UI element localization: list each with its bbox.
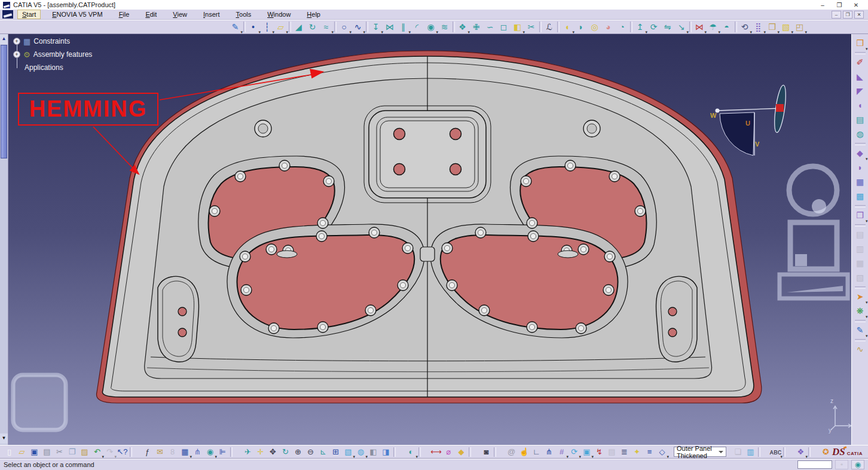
menu-insert[interactable]: Insert [199, 10, 224, 19]
toolbar-bottom-mass-properties[interactable]: ◆ [455, 446, 467, 458]
toolbar-bottom-rotate-view[interactable]: ↻ [279, 446, 292, 458]
toolbar-bottom-multi-view[interactable]: ⊞ [329, 446, 342, 458]
close-button[interactable]: ✕ [852, 2, 860, 8]
toolbar-right-analysis-3[interactable]: ▦ [853, 256, 867, 270]
toolbar-bottom-sectioning[interactable]: ▤ [606, 446, 618, 458]
toolbar-bottom-print[interactable]: ▤ [41, 446, 53, 458]
toolbar-bottom-whats-this[interactable]: ↖? [116, 446, 129, 458]
toolbar-bottom-graph-reorder[interactable]: ≣ [618, 446, 631, 458]
toolbar-top-line[interactable]: ┆ [260, 20, 274, 33]
toolbar-bottom-spell-check[interactable]: ᴀʙᴄ [769, 446, 782, 458]
toolbar-right-coincidence-constraint[interactable]: ✐ [853, 55, 867, 69]
toolbar-bottom-cut[interactable]: ✂ [53, 446, 66, 458]
toolbar-bottom-material-tools[interactable]: ✪ [820, 446, 832, 458]
toolbar-top-extrude[interactable]: ◢ [292, 20, 305, 33]
restore-button[interactable]: ❐ [835, 2, 843, 8]
tree-item-constraints[interactable]: + ▦ Constraints [13, 35, 92, 48]
toolbar-top-duplicate[interactable]: ❒ [765, 20, 779, 33]
toolbar-right-curve-analysis[interactable]: ∿ [853, 342, 867, 356]
toolbar-bottom-formula[interactable]: ƒ [141, 446, 154, 458]
toolbar-bottom-axis-system[interactable]: ∟ [530, 446, 543, 458]
toolbar-top-symmetry[interactable]: ⇋ [661, 20, 674, 33]
toolbar-top-face-face-fillet[interactable]: ◎ [588, 20, 601, 33]
toolbar-top-split[interactable]: ◧ [511, 20, 524, 33]
tailgate-panel-model[interactable] [96, 51, 761, 403]
hemming-annotation[interactable]: HEMMING [18, 93, 158, 126]
toolbar-bottom-measure-between[interactable]: ⟷ [430, 446, 442, 458]
toolbar-bottom-pan[interactable]: ✥ [267, 446, 279, 458]
toolbar-bottom-fly[interactable]: ✈ [242, 446, 254, 458]
viewport-3d[interactable]: + ▦ Constraints + ⚙ Assembly features Ap [8, 34, 851, 445]
toolbar-top-boundary[interactable]: ◜ [410, 20, 424, 33]
menu-window[interactable]: Window [263, 10, 295, 19]
mdi-restore-button[interactable]: ❐ [843, 11, 852, 19]
toolbar-top-healing[interactable]: ✙ [469, 20, 483, 33]
minimize-button[interactable]: – [818, 2, 827, 8]
toolbar-bottom-view-mode-1[interactable]: ◧ [367, 446, 380, 458]
toolbar-right-sketcher-access[interactable]: ✎ [853, 323, 867, 337]
toolbar-right-swept-wall[interactable]: ▤ [853, 112, 867, 127]
toolbar-top-law[interactable]: ℒ [542, 20, 556, 33]
toolbar-bottom-lock[interactable]: ◉ [204, 446, 216, 458]
toolbar-top-plane[interactable]: ▱ [274, 20, 288, 33]
toolbar-right-graphic-properties[interactable]: ❋ [853, 304, 867, 318]
toolbar-top-circle[interactable]: ○ [337, 20, 351, 33]
toolbar-right-wall[interactable]: ◣ [853, 69, 867, 84]
toolbar-bottom-design-table[interactable]: ▦ [179, 446, 191, 458]
toolbar-bottom-knowledge-expert[interactable]: ❖ [794, 446, 807, 458]
toolbar-bottom-undo[interactable]: ↶ [91, 446, 103, 458]
toolbar-top-point[interactable]: • [246, 20, 260, 33]
toolbar-top-scaling[interactable]: ↘ [674, 20, 688, 33]
toolbar-bottom-relations[interactable]: ⋔ [191, 446, 204, 458]
toolbar-top-blend[interactable]: ☂ [706, 20, 720, 33]
toolbar-top-chordal-fillet[interactable]: ◗ [574, 20, 588, 33]
toolbar-bottom-datum[interactable]: ◇ [656, 446, 668, 458]
toolbar-bottom-save[interactable]: ▣ [28, 446, 41, 458]
toolbar-bottom-render-style[interactable]: ◍ [354, 446, 367, 458]
toolbar-bottom-zoom-out[interactable]: ⊖ [304, 446, 317, 458]
toolbar-top-sketcher[interactable]: ✎ [228, 20, 242, 33]
toolbar-bottom-hide-show[interactable]: ◐ [405, 446, 417, 458]
toolbar-bottom-new-window[interactable]: ❏ [732, 446, 744, 458]
toolbar-top-curve-smooth[interactable]: ∽ [483, 20, 497, 33]
toolbar-top-revolve[interactable]: ↻ [305, 20, 319, 33]
toolbar-right-select[interactable]: ➤ [853, 289, 867, 304]
menu-help[interactable]: Help [302, 10, 325, 19]
toolbar-top-styling-fillet[interactable]: ◔ [615, 20, 629, 33]
toolbar-bottom-redo[interactable]: ↷ [103, 446, 116, 458]
toolbar-bottom-manipulation[interactable]: ☝ [518, 446, 530, 458]
toolbar-top-spline[interactable]: ∿ [351, 20, 365, 33]
toolbar-right-hem[interactable]: ◖ [853, 98, 867, 112]
toolbar-right-hole[interactable]: ◆ [853, 146, 867, 160]
toolbar-top-trim[interactable]: ✂ [524, 20, 538, 33]
toolbar-bottom-reset-compass[interactable]: @ [505, 446, 518, 458]
toolbar-right-insert-existing-component[interactable]: ❒ [853, 36, 867, 50]
scroll-down-arrow-icon[interactable]: ▼ [0, 434, 8, 444]
toolbar-top-intersection[interactable]: ⋈ [383, 20, 396, 33]
toolbar-bottom-iso-view[interactable]: ▧ [342, 446, 354, 458]
toolbar-bottom-grid[interactable]: # [555, 446, 568, 458]
status-doc-button[interactable]: ▫ [835, 460, 848, 469]
toolbar-right-analysis-4[interactable]: ▧ [853, 270, 867, 285]
expander-icon[interactable]: + [13, 51, 20, 58]
tree-item-applications[interactable]: Applications [13, 61, 92, 74]
toolbar-top-multiple-extract[interactable]: ≋ [438, 20, 451, 33]
toolbar-top-powercopy[interactable]: ▧ [779, 20, 793, 33]
tree-item-assembly-features[interactable]: + ⚙ Assembly features [13, 48, 92, 61]
toolbar-top-offset-surface[interactable]: ≈ [319, 20, 333, 33]
toolbar-bottom-knowledge-inspector[interactable]: 8 [166, 446, 179, 458]
named-views-combo[interactable]: Outer Panel Thickened [674, 447, 726, 457]
toolbar-top-multi-sections-surface[interactable]: ⋈ [692, 20, 706, 33]
menu-file[interactable]: File [115, 10, 134, 19]
license-pocket[interactable] [364, 106, 491, 203]
toolbar-right-instantiate-feature[interactable]: ❒ [853, 208, 867, 222]
toolbar-bottom-highlight[interactable]: ✦ [631, 446, 643, 458]
toolbar-right-flange[interactable]: ◤ [853, 84, 867, 98]
toolbar-bottom-measure-item[interactable]: ⌀ [442, 446, 455, 458]
status-knowledge-button[interactable]: ◉ [851, 460, 864, 469]
toolbar-bottom-new[interactable]: ▯ [3, 446, 16, 458]
toolbar-top-projection[interactable]: ↧ [369, 20, 383, 33]
toolbar-bottom-view-mode-2[interactable]: ◨ [380, 446, 392, 458]
toolbar-bottom-comment[interactable]: ✉ [154, 446, 166, 458]
compass-manipulation-handle[interactable] [776, 104, 784, 112]
